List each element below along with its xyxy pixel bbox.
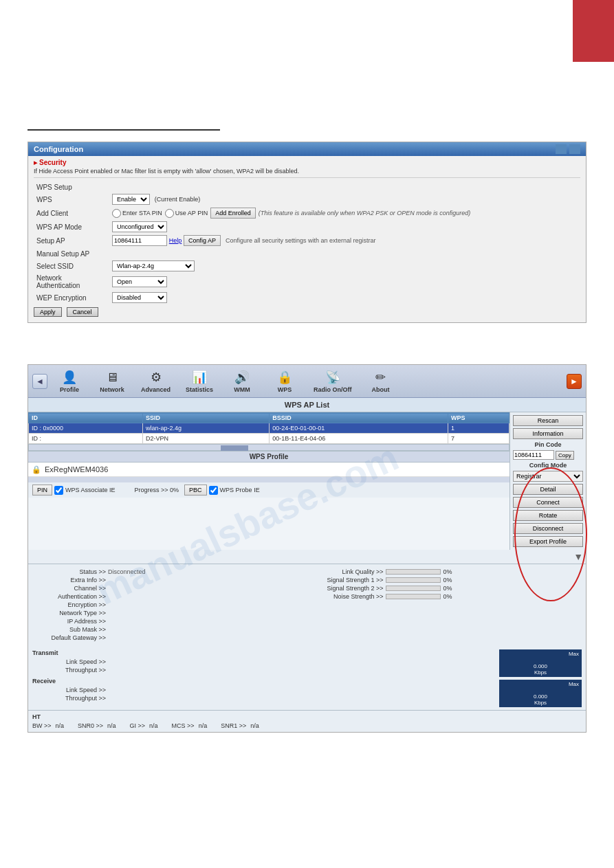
config-title: Configuration [34, 145, 83, 153]
nav-network-label: Network [100, 386, 124, 393]
ip-row: IP Address >> [32, 618, 305, 625]
nav-about-label: About [372, 386, 390, 393]
wps-ap-mode-select[interactable]: Unconfigured [112, 221, 167, 232]
nav-item-statistics[interactable]: 📊 Statistics [179, 368, 220, 394]
pin-btn[interactable]: PIN [32, 485, 52, 496]
network-auth-label: Network Authentication [34, 273, 109, 291]
table-row[interactable]: ID : 0x0000 wlan-ap-2.4g 00-24-E0-01-00-… [29, 423, 509, 434]
nav-advanced-label: Advanced [141, 386, 171, 393]
snr1-label: SNR1 >> [221, 722, 246, 729]
pin-code-input[interactable] [513, 450, 554, 460]
icon-network [569, 144, 580, 154]
nav-forward-btn[interactable]: ► [567, 374, 582, 389]
ap-table-header: ID SSID BSSID WPS [29, 413, 509, 423]
information-btn[interactable]: Information [513, 428, 583, 439]
nav-item-profile[interactable]: 👤 Profile [49, 368, 90, 394]
cancel-btn[interactable]: Cancel [67, 307, 98, 317]
export-profile-btn[interactable]: Export Profile [513, 536, 583, 547]
signal1-progress [386, 577, 441, 583]
network-auth-row: Network Authentication Open [34, 273, 580, 291]
status-section: Status >> Disconnected Extra Info >> Cha… [28, 564, 586, 647]
wps-probe-ie-checkbox[interactable] [209, 486, 218, 495]
enter-sta-pin-radio[interactable] [112, 209, 121, 218]
add-enrolled-btn[interactable]: Add Enrolled [210, 208, 256, 219]
select-ssid-select[interactable]: Wlan-ap-2.4g [112, 260, 195, 271]
help-link[interactable]: Help [169, 237, 182, 244]
col-wps: WPS [448, 413, 509, 423]
snr0-value: n/a [107, 722, 116, 729]
wps-profile-row[interactable]: 🔒 ExRegNWEM4036 [28, 463, 509, 477]
config-form-table: WPS Setup WPS Enable (Current Enable) Ad… [34, 181, 580, 304]
nav-back-btn[interactable]: ◄ [32, 374, 47, 389]
wps-ap-mode-label: WPS AP Mode [34, 220, 109, 234]
ht-snr0-col: SNR0 >> n/a [78, 722, 116, 729]
table-row[interactable]: ID : D2-VPN 00-1B-11-E4-04-06 7 [29, 434, 509, 444]
config-ap-btn[interactable]: Config AP [184, 235, 221, 246]
nav-item-network[interactable]: 🖥 Network [91, 368, 133, 394]
nav-item-about[interactable]: ✏ About [360, 368, 402, 394]
ap-row1-id: ID : 0x0000 [29, 423, 143, 434]
rotate-btn[interactable]: Rotate [513, 510, 583, 521]
disconnect-btn[interactable]: Disconnect [513, 523, 583, 534]
transmit-max-label: Max [569, 651, 579, 657]
receive-max-label: Max [569, 681, 579, 687]
sub-mask-row: Sub Mask >> [32, 626, 305, 633]
nav-item-wps[interactable]: 🔒 WPS [264, 368, 305, 394]
throughput-left: Transmit Link Speed >> Throughput >> Rec… [32, 649, 494, 707]
advanced-icon: ⚙ [146, 369, 166, 386]
mcs-value: n/a [199, 722, 208, 729]
link-quality-value: 0% [443, 568, 452, 575]
nav-item-radio[interactable]: 📡 Radio On/Off [307, 368, 359, 394]
wep-encryption-select[interactable]: Disabled [112, 292, 167, 303]
setup-ap-label: Setup AP [34, 234, 109, 247]
link-quality-row: Link Quality >> 0% [310, 568, 582, 575]
link-quality-label: Link Quality >> [310, 568, 386, 575]
ht-grid: BW >> n/a SNR0 >> n/a GI >> n/a MCS >> n… [32, 722, 582, 729]
copy-btn[interactable]: Copy [556, 451, 574, 460]
ap-list-scrollbar[interactable] [28, 444, 509, 451]
receive-throughput-label: Throughput >> [32, 695, 108, 702]
setup-ap-input[interactable] [112, 235, 167, 246]
wps-profile-scrollbar[interactable] [28, 477, 509, 482]
ap-header-row: ID SSID BSSID WPS [29, 413, 509, 423]
receive-bar-value: 0.000 [534, 693, 547, 700]
wps-associate-ie-checkbox[interactable] [54, 486, 63, 495]
nav-statistics-label: Statistics [186, 386, 213, 393]
select-ssid-row: Select SSID Wlan-ap-2.4g [34, 259, 580, 273]
connect-btn[interactable]: Connect [513, 497, 583, 508]
wps-setup-row: WPS Setup [34, 181, 580, 192]
status-right-col: Link Quality >> 0% Signal Strength 1 >> … [310, 568, 582, 643]
setup-ap-row: Setup AP Help Config AP Configure all se… [34, 234, 580, 247]
ip-label: IP Address >> [32, 618, 108, 625]
network-auth-select[interactable]: Open [112, 276, 167, 287]
nav-item-wmm[interactable]: 🔊 WMM [221, 368, 263, 394]
auth-row: Authentication >> [32, 593, 305, 600]
enter-sta-pin-label: Enter STA PIN [112, 209, 162, 218]
rescan-btn[interactable]: Rescan [513, 415, 583, 426]
wps-select[interactable]: Enable [112, 194, 150, 205]
ht-section: HT BW >> n/a SNR0 >> n/a GI >> n/a MCS >… [28, 710, 586, 732]
ap-list-right: Rescan Information Pin Code Copy Config … [510, 412, 586, 550]
receive-value-label: 0.000 Kbps [501, 693, 580, 706]
transmit-value-label: 0.000 Kbps [501, 663, 580, 676]
ap-list-area: ID SSID BSSID WPS ID : 0x0000 wlan-ap-2.… [28, 412, 586, 550]
signal2-progress [386, 586, 441, 591]
config-mode-select[interactable]: Registrar Enrollee [513, 471, 583, 482]
nav-wmm-label: WMM [234, 386, 250, 393]
pbc-btn[interactable]: PBC [184, 485, 207, 496]
detail-btn[interactable]: Detail [513, 484, 583, 495]
apply-btn[interactable]: Apply [34, 307, 62, 317]
pin-col: PIN WPS Associate IE [32, 485, 116, 496]
bottom-arrow: ▼ [28, 550, 586, 564]
use-ap-pin-text: Use AP PIN [175, 210, 208, 216]
status-row: Status >> Disconnected [32, 568, 305, 575]
nav-item-advanced[interactable]: ⚙ Advanced [134, 368, 177, 394]
transmit-link-speed-label: Link Speed >> [32, 658, 108, 665]
noise-value: 0% [443, 593, 452, 600]
config-ap-note: Configure all security settings with an … [226, 237, 376, 244]
encryption-row: Encryption >> [32, 601, 305, 608]
ap-row2-ssid: D2-VPN [143, 434, 270, 444]
wps-profile-title: WPS Profile [28, 452, 509, 463]
use-ap-pin-radio[interactable] [165, 209, 174, 218]
ap-list-left: ID SSID BSSID WPS ID : 0x0000 wlan-ap-2.… [28, 412, 510, 550]
